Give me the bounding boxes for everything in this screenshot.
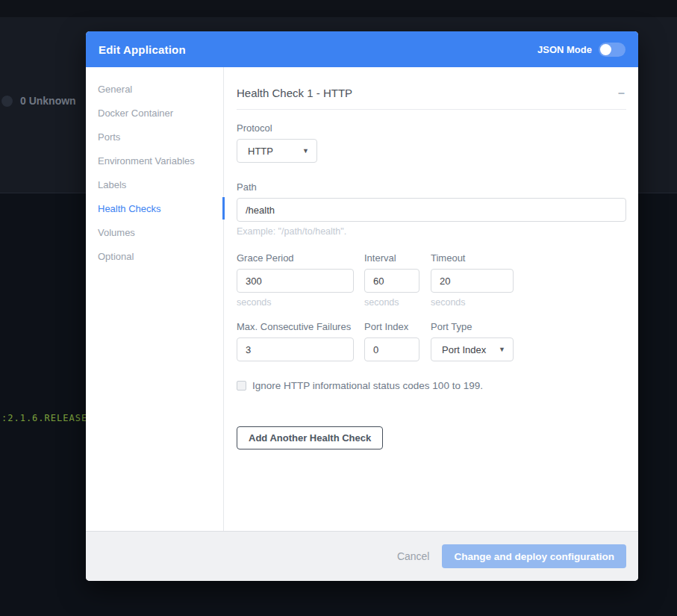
ignore-http-checkbox-row: Ignore HTTP informational status codes 1… xyxy=(237,380,626,391)
health-check-section-header: Health Check 1 - HTTP – xyxy=(237,87,626,110)
toggle-knob-icon xyxy=(600,44,611,55)
interval-input[interactable] xyxy=(364,269,419,293)
code-snippet: :2.1.6.RELEASE", xyxy=(1,413,100,423)
path-label: Path xyxy=(237,181,626,193)
interval-help-text: seconds xyxy=(364,297,419,308)
sidebar-item-volumes[interactable]: Volumes xyxy=(86,220,223,244)
status-summary: 0 Unknown xyxy=(0,95,76,107)
interval-label: Interval xyxy=(364,252,419,264)
timeout-label: Timeout xyxy=(431,252,514,264)
protocol-select[interactable]: HTTP ▼ xyxy=(237,139,317,163)
max-failures-field-group: Max. Consecutive Failures xyxy=(237,321,354,361)
grace-period-input[interactable] xyxy=(237,269,354,293)
sidebar-item-labels[interactable]: Labels xyxy=(86,172,223,196)
max-failures-label: Max. Consecutive Failures xyxy=(237,321,354,332)
port-type-select[interactable]: Port Index ▼ xyxy=(431,337,514,361)
sidebar-item-environment-variables[interactable]: Environment Variables xyxy=(86,149,223,172)
sidebar-item-general[interactable]: General xyxy=(86,77,223,101)
grace-period-help-text: seconds xyxy=(237,297,354,308)
status-dot-icon xyxy=(1,96,13,107)
ignore-http-checkbox-label: Ignore HTTP informational status codes 1… xyxy=(252,380,483,391)
ignore-http-checkbox[interactable] xyxy=(237,381,246,391)
protocol-selected-value: HTTP xyxy=(248,146,273,157)
modal-body: General Docker Container Ports Environme… xyxy=(86,67,638,531)
protocol-field-group: Protocol HTTP ▼ xyxy=(237,122,317,163)
modal-sidebar: General Docker Container Ports Environme… xyxy=(86,67,224,531)
status-unknown-count: 0 Unknown xyxy=(20,95,76,107)
timing-fields-row: Grace Period seconds Interval seconds Ti… xyxy=(237,252,626,308)
health-check-section-title: Health Check 1 - HTTP xyxy=(237,87,352,99)
modal-footer: Cancel Change and deploy configuration xyxy=(86,531,638,581)
sidebar-item-optional[interactable]: Optional xyxy=(86,244,223,268)
add-health-check-button[interactable]: Add Another Health Check xyxy=(237,426,383,449)
edit-application-modal: Edit Application JSON Mode General Docke… xyxy=(86,31,638,581)
protocol-label: Protocol xyxy=(237,122,317,134)
path-help-text: Example: "/path/to/health". xyxy=(237,226,626,237)
grace-period-label: Grace Period xyxy=(237,252,354,264)
modal-header: Edit Application JSON Mode xyxy=(86,31,638,67)
change-and-deploy-button[interactable]: Change and deploy configuration xyxy=(442,544,626,568)
port-fields-row: Max. Consecutive Failures Port Index Por… xyxy=(237,321,626,361)
sidebar-item-ports[interactable]: Ports xyxy=(86,125,223,149)
port-index-label: Port Index xyxy=(364,321,419,332)
timeout-help-text: seconds xyxy=(431,297,514,308)
page-topbar xyxy=(0,0,677,17)
port-type-field-group: Port Type Port Index ▼ xyxy=(431,321,514,361)
modal-title: Edit Application xyxy=(99,43,186,56)
sidebar-item-health-checks[interactable]: Health Checks xyxy=(86,196,223,220)
port-index-field-group: Port Index xyxy=(364,321,419,361)
max-failures-input[interactable] xyxy=(237,337,354,361)
json-mode-label: JSON Mode xyxy=(537,44,592,55)
port-type-label: Port Type xyxy=(431,321,514,332)
timeout-input[interactable] xyxy=(431,269,514,293)
health-checks-panel: Health Check 1 - HTTP – Protocol HTTP ▼ … xyxy=(224,67,638,531)
timeout-field-group: Timeout seconds xyxy=(431,252,514,308)
chevron-down-icon: ▼ xyxy=(499,346,505,353)
sidebar-item-docker-container[interactable]: Docker Container xyxy=(86,101,223,125)
json-mode-control[interactable]: JSON Mode xyxy=(537,43,625,57)
port-index-input[interactable] xyxy=(364,337,419,361)
chevron-down-icon: ▼ xyxy=(302,147,309,155)
cancel-button[interactable]: Cancel xyxy=(397,550,430,562)
path-field-group: Path Example: "/path/to/health". xyxy=(237,181,626,237)
interval-field-group: Interval seconds xyxy=(364,252,419,308)
grace-period-field-group: Grace Period seconds xyxy=(237,252,354,308)
port-type-selected-value: Port Index xyxy=(442,344,486,355)
path-input[interactable] xyxy=(237,198,626,222)
collapse-section-icon[interactable]: – xyxy=(617,90,626,97)
json-mode-toggle[interactable] xyxy=(599,43,625,57)
